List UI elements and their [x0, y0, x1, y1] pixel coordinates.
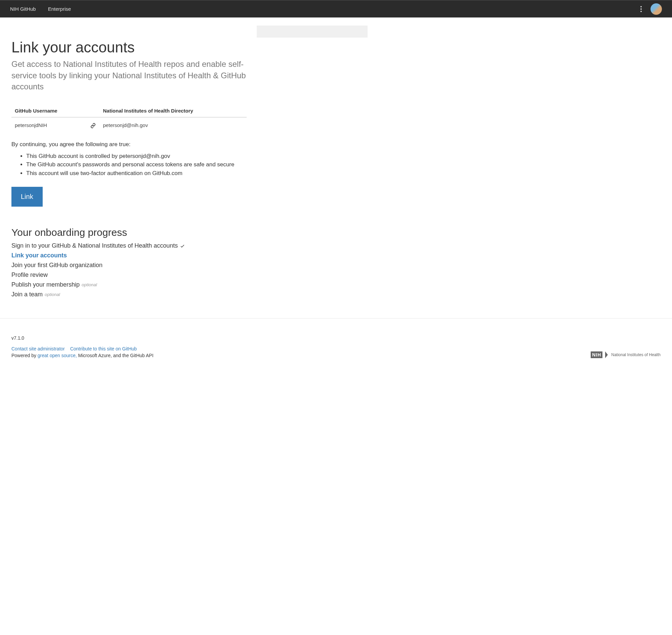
accounts-table: GitHub Username National Institutes of H… — [12, 105, 246, 133]
powered-suffix: Microsoft Azure, and the GitHub API — [77, 353, 154, 358]
onboarding-heading: Your onboarding progress — [12, 227, 246, 238]
step-label: Profile review — [12, 271, 48, 279]
link-button[interactable]: Link — [12, 187, 43, 206]
onboarding-step-signin[interactable]: Sign in to your GitHub & National Instit… — [12, 242, 246, 249]
onboarding-step-team[interactable]: Join a team optional — [12, 291, 246, 298]
page-title: Link your accounts — [12, 39, 246, 56]
check-icon — [180, 243, 185, 249]
th-github-username: GitHub Username — [12, 105, 86, 117]
table-row: petersonjdNIH petersonjd@nih.gov — [12, 117, 246, 133]
link-icon — [90, 123, 96, 128]
th-link-icon — [86, 105, 100, 117]
footer-version: v7.1.0 — [12, 335, 154, 341]
onboarding-step-link[interactable]: Link your accounts — [12, 252, 246, 259]
step-label[interactable]: Link your accounts — [12, 252, 67, 259]
cell-link-icon — [86, 117, 100, 133]
avatar[interactable] — [650, 3, 662, 15]
navbar: NIH GitHub Enterprise — [0, 0, 672, 18]
step-label: Sign in to your GitHub & National Instit… — [12, 242, 178, 249]
contribute-link[interactable]: Contribute to this site on GitHub — [70, 346, 137, 351]
footer: v7.1.0 Contact site administrator Contri… — [0, 318, 672, 368]
main-container: Link your accounts Get access to Nationa… — [0, 18, 672, 318]
agreement-item: This account will use two-factor authent… — [26, 169, 246, 178]
onboarding-step-publish[interactable]: Publish your membership optional — [12, 281, 246, 288]
optional-badge: optional — [45, 292, 60, 297]
onboarding-section: Your onboarding progress Sign in to your… — [12, 227, 246, 298]
agreement-item: The GitHub account's passwords and perso… — [26, 160, 246, 169]
step-label: Publish your membership — [12, 281, 80, 288]
brand-link[interactable]: NIH GitHub — [10, 6, 36, 12]
nih-logo-icon: NIH — [591, 351, 603, 358]
navbar-right — [641, 3, 662, 15]
agreement-intro: By continuing, you agree the following a… — [12, 141, 246, 148]
onboarding-step-profile[interactable]: Profile review — [12, 271, 246, 279]
footer-links: Contact site administrator Contribute to… — [12, 346, 154, 351]
footer-logo: NIH National Institutes of Health — [591, 351, 660, 358]
enterprise-link[interactable]: Enterprise — [48, 6, 71, 12]
powered-prefix: Powered by — [12, 353, 38, 358]
cell-directory: petersonjd@nih.gov — [100, 117, 246, 133]
contact-admin-link[interactable]: Contact site administrator — [12, 346, 65, 351]
navbar-left: NIH GitHub Enterprise — [10, 6, 71, 12]
page-subtitle: Get access to National Institutes of Hea… — [12, 59, 246, 92]
kebab-menu-icon[interactable] — [641, 6, 642, 12]
cell-github-username: petersonjdNIH — [12, 117, 86, 133]
nih-logo-text: National Institutes of Health — [611, 352, 660, 357]
agreement-list: This GitHub account is controlled by pet… — [26, 152, 246, 178]
onboarding-step-join-org[interactable]: Join your first GitHub organization — [12, 262, 246, 269]
open-source-link[interactable]: great open source, — [38, 353, 77, 358]
step-label: Join your first GitHub organization — [12, 262, 103, 269]
sidebar-placeholder — [257, 25, 368, 38]
agreement-item: This GitHub account is controlled by pet… — [26, 152, 246, 160]
footer-powered: Powered by great open source, Microsoft … — [12, 353, 154, 358]
footer-left: v7.1.0 Contact site administrator Contri… — [12, 335, 154, 358]
step-label: Join a team — [12, 291, 43, 298]
main-content: Link your accounts Get access to Nationa… — [12, 25, 246, 318]
optional-badge: optional — [82, 282, 97, 287]
nih-arrow-icon — [605, 351, 608, 358]
th-directory: National Institutes of Health Directory — [100, 105, 246, 117]
